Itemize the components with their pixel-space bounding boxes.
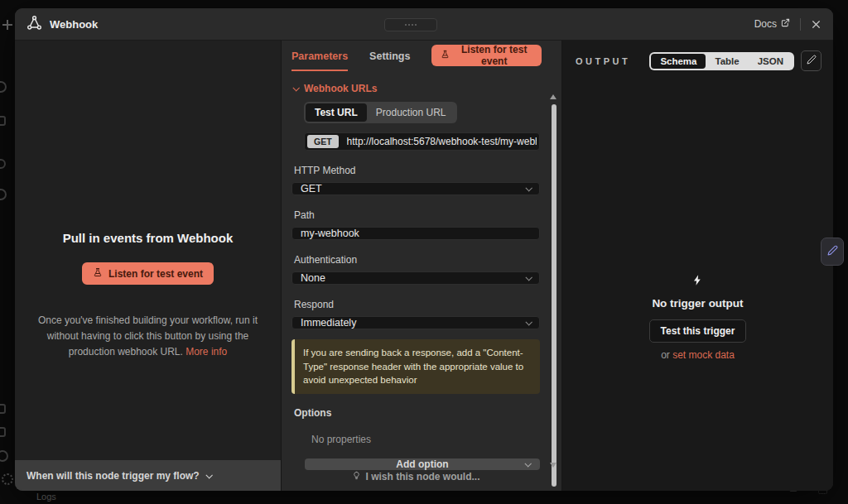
help-icon[interactable] — [0, 450, 8, 462]
edit-output-button[interactable] — [801, 50, 822, 71]
more-info-link[interactable]: More info — [186, 346, 227, 358]
url-environment-toggle: Test URL Production URL — [304, 102, 457, 123]
chevron-down-icon — [525, 319, 532, 325]
app-canvas: Logs Webhook Docs — [0, 0, 848, 504]
view-tab-json[interactable]: JSON — [749, 54, 793, 69]
options-empty-text: No properties — [311, 434, 540, 445]
add-workflow-icon[interactable] — [2, 20, 12, 30]
projects-icon[interactable] — [0, 116, 6, 126]
lightbulb-icon — [352, 470, 361, 483]
authentication-label: Authentication — [294, 254, 540, 266]
settings-gear-icon[interactable] — [2, 473, 13, 485]
http-method-label: HTTP Method — [294, 165, 540, 176]
docs-link[interactable]: Docs — [754, 18, 790, 30]
edit-output-floating-button[interactable] — [821, 238, 844, 266]
pencil-icon — [827, 244, 838, 259]
listen-test-event-button-top[interactable]: Listen for test event — [431, 45, 542, 66]
http-method-select[interactable]: GET — [292, 182, 540, 195]
tab-parameters[interactable]: Parameters — [292, 41, 348, 71]
output-empty-state: No trigger output Test this trigger or s… — [562, 273, 833, 361]
background-sidebar — [0, 0, 15, 504]
production-url-tab[interactable]: Production URL — [367, 103, 455, 122]
close-icon[interactable] — [811, 19, 822, 30]
add-option-button[interactable]: Add option — [305, 458, 540, 470]
ndv-tabs: Parameters Settings Listen for test even… — [282, 41, 561, 71]
chevron-down-icon — [524, 460, 531, 467]
logs-panel-label[interactable]: Logs — [36, 492, 56, 502]
flask-icon — [441, 50, 450, 61]
parameters-scroll-area: Webhook URLs Test URL Production URL GET… — [282, 71, 561, 491]
lightning-bolt-icon — [691, 273, 704, 290]
scroll-down-arrow[interactable] — [550, 463, 556, 468]
node-feedback-link[interactable]: I wish this node would... — [292, 470, 540, 488]
variables-icon[interactable] — [0, 427, 6, 437]
header-divider — [800, 18, 801, 31]
respond-select[interactable]: Immediately — [292, 316, 540, 329]
test-this-trigger-button[interactable]: Test this trigger — [649, 319, 747, 343]
scrollbar[interactable] — [552, 104, 556, 487]
search-icon[interactable] — [0, 81, 7, 93]
content-type-notice: If you are sending back a response, add … — [292, 339, 540, 394]
listen-test-event-button[interactable]: Listen for test event — [82, 262, 214, 285]
test-url-tab[interactable]: Test URL — [306, 103, 367, 122]
trigger-panel-title: Pull in events from Webhook — [63, 231, 234, 245]
node-title: Webhook — [50, 18, 98, 31]
view-tab-schema[interactable]: Schema — [651, 54, 706, 69]
bell-icon[interactable] — [0, 189, 7, 200]
output-panel: OUTPUT Schema Table JSON — [562, 41, 833, 491]
node-detail-modal: Webhook Docs — [15, 8, 833, 491]
output-view-switcher: Schema Table JSON — [649, 52, 794, 70]
http-method-badge: GET — [307, 135, 339, 148]
view-tab-table[interactable]: Table — [706, 54, 748, 69]
path-input[interactable] — [292, 227, 540, 240]
set-mock-data-link[interactable]: set mock data — [672, 349, 735, 361]
pencil-icon — [807, 55, 817, 67]
output-panel-title: OUTPUT — [576, 56, 630, 66]
templates-icon[interactable] — [0, 404, 6, 414]
no-trigger-output-title: No trigger output — [652, 297, 743, 310]
chevron-down-icon — [292, 84, 299, 91]
webhook-url-display[interactable]: GET http://localhost:5678/webhook-test/m… — [304, 132, 540, 151]
trigger-faq-toggle[interactable]: When will this node trigger my flow? — [15, 460, 281, 491]
authentication-select[interactable]: None — [292, 271, 540, 285]
chevron-down-icon — [525, 185, 532, 191]
respond-label: Respond — [294, 299, 540, 310]
trigger-help-text: Once you've finished building your workf… — [15, 313, 281, 361]
parameters-panel: Parameters Settings Listen for test even… — [282, 41, 562, 491]
flask-icon — [93, 267, 103, 280]
external-link-icon — [781, 18, 790, 30]
webhook-node-icon — [26, 15, 42, 34]
chevron-down-icon — [205, 472, 212, 478]
path-label: Path — [294, 209, 540, 221]
scroll-up-arrow[interactable] — [550, 94, 556, 99]
input-panel: Pull in events from Webhook Listen for t… — [15, 41, 282, 491]
webhook-url-text: http://localhost:5678/webhook-test/my-we… — [347, 136, 537, 147]
chevron-down-icon — [525, 274, 532, 281]
webhook-urls-section-toggle[interactable]: Webhook URLs — [293, 83, 540, 94]
mock-data-row: or set mock data — [661, 349, 735, 361]
tab-settings[interactable]: Settings — [369, 41, 410, 71]
panel-drag-handle[interactable] — [384, 18, 437, 31]
home-icon[interactable] — [0, 159, 6, 169]
options-label: Options — [294, 407, 540, 419]
